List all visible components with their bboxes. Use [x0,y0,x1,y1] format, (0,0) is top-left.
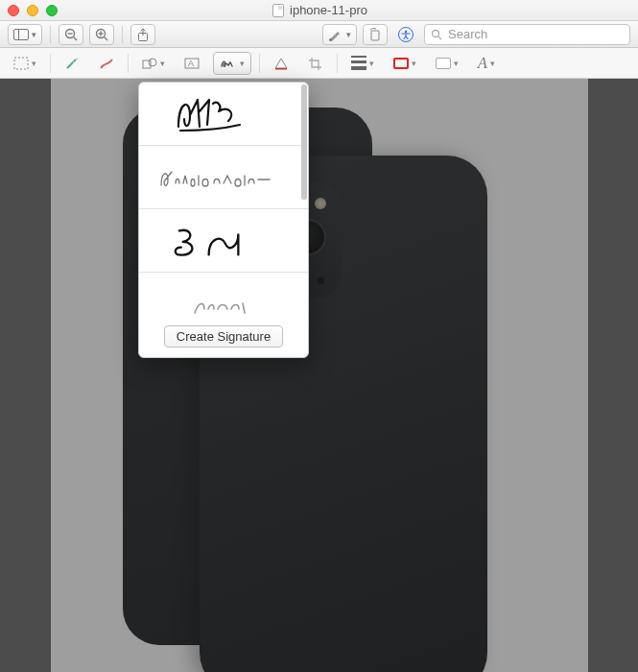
instant-alpha-button[interactable] [59,52,85,75]
signature-preview-icon [166,218,281,264]
search-placeholder: Search [448,27,487,41]
shapes-icon [142,57,157,70]
markup-toolbar: ▾ ▾ A ▾ ▾ ▾ ▾ A ▾ [0,48,638,79]
crop-icon [308,57,323,70]
accessibility-button[interactable] [393,24,418,45]
chevron-down-icon: ▾ [160,59,165,68]
signature-item[interactable] [139,146,308,209]
draw-button[interactable] [93,52,120,75]
signature-preview-icon [176,288,272,318]
svg-rect-25 [275,68,287,70]
shapes-button[interactable]: ▾ [136,52,171,75]
signature-preview-icon [156,158,291,197]
svg-marker-24 [275,59,287,68]
sidebar-toggle-button[interactable]: ▾ [8,24,42,45]
selection-tool-button[interactable]: ▾ [8,52,42,75]
chevron-down-icon: ▾ [32,30,36,39]
toolbar-separator [128,54,129,73]
svg-line-15 [438,36,441,39]
sidebar-icon [13,29,29,40]
text-tool-button[interactable]: A [178,52,205,75]
chevron-down-icon: ▾ [490,59,495,68]
document-icon [272,4,284,17]
svg-line-17 [67,60,76,68]
selection-rect-icon [13,57,29,70]
chevron-down-icon: ▾ [32,59,36,68]
zoom-out-button[interactable] [59,24,83,45]
border-color-swatch [393,58,409,69]
magic-wand-icon [64,57,80,70]
signature-list [139,83,308,318]
signature-item[interactable] [139,209,308,273]
scrollbar-thumb[interactable] [301,84,307,200]
dim-overlay [0,79,638,672]
text-style-button[interactable]: A ▾ [472,52,501,75]
zoom-in-icon [95,28,108,41]
svg-rect-16 [14,58,28,69]
svg-point-13 [405,30,407,32]
window-titlebar: iphone-11-pro [0,0,638,21]
search-field[interactable]: Search [424,24,630,45]
toolbar-separator [50,26,51,43]
signature-popover: Create Signature [138,82,309,358]
chevron-down-icon: ▾ [412,59,416,68]
toolbar-separator [50,54,51,73]
markup-pen-icon [328,28,343,41]
minimize-window-button[interactable] [27,5,38,16]
border-color-button[interactable]: ▾ [388,52,422,75]
crop-button[interactable] [302,52,329,75]
chevron-down-icon: ▾ [454,59,459,68]
signature-item[interactable] [139,83,308,146]
window-title: iphone-11-pro [58,3,582,17]
text-style-icon: A [478,55,487,72]
close-window-button[interactable] [8,5,19,16]
svg-point-14 [433,30,439,36]
svg-point-21 [149,59,156,66]
fill-color-button[interactable]: ▾ [430,52,464,75]
rotate-button[interactable] [363,24,388,45]
toolbar-separator [122,26,123,43]
line-style-icon [351,56,366,70]
chevron-down-icon: ▾ [346,30,351,39]
markup-toggle-button[interactable]: ▾ [322,24,357,45]
svg-line-6 [105,36,108,40]
line-style-button[interactable]: ▾ [345,52,380,75]
toolbar-separator [337,54,338,73]
svg-point-11 [329,38,332,41]
sign-button[interactable]: ▾ [213,52,251,75]
svg-point-18 [76,58,79,60]
svg-rect-0 [14,29,29,39]
accessibility-icon [398,27,414,42]
toolbar-separator [259,54,260,73]
signature-icon [220,57,237,70]
search-icon [431,29,442,40]
share-icon [137,28,149,41]
fill-color-swatch [436,58,451,69]
svg-text:A: A [188,59,194,68]
chevron-down-icon: ▾ [240,59,245,68]
traffic-lights [8,5,58,16]
adjust-color-button[interactable] [268,52,295,75]
share-button[interactable] [130,24,155,45]
text-box-icon: A [184,57,200,70]
chevron-down-icon: ▾ [369,59,374,68]
zoom-out-icon [64,28,78,41]
svg-point-19 [73,61,75,63]
svg-rect-12 [371,31,379,40]
create-signature-button[interactable]: Create Signature [164,325,283,348]
main-toolbar: ▾ ▾ Search [0,21,638,48]
svg-line-3 [74,36,78,40]
pencil-icon [99,57,114,70]
window-title-text: iphone-11-pro [290,3,367,17]
zoom-in-button[interactable] [89,24,114,45]
signature-preview-icon [171,92,276,136]
fullscreen-window-button[interactable] [46,5,58,16]
document-canvas[interactable] [0,79,638,672]
rotate-icon [368,28,382,41]
signature-item[interactable] [139,273,308,318]
popover-footer: Create Signature [139,318,308,357]
adjust-color-icon [273,57,289,70]
